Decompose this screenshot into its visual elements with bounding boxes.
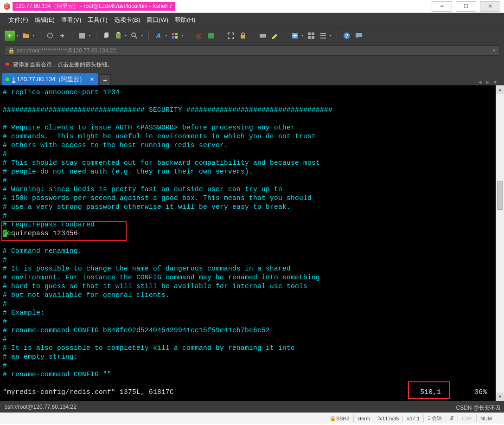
tab-number: 1 <box>12 76 15 83</box>
window-title: 120.77.80.134（阿里云） - root@Lzdwtl:/usr/lo… <box>13 2 175 11</box>
menu-file[interactable]: 文件(F) <box>8 16 28 24</box>
close-button[interactable]: ✕ <box>480 1 500 12</box>
menu-help[interactable]: 帮助(H) <box>175 16 195 24</box>
new-tab-button[interactable]: + <box>100 74 111 85</box>
list-icon[interactable] <box>318 31 328 41</box>
lock-icon[interactable] <box>238 31 248 41</box>
menu-tabs[interactable]: 选项卡(B) <box>114 16 140 24</box>
tile-icon[interactable] <box>306 31 316 41</box>
tab-nav-arrows[interactable]: ◂ ▸ ▾ <box>478 78 502 85</box>
app-icon <box>4 3 10 10</box>
disconnect-icon[interactable] <box>57 31 67 41</box>
tab-bar: 1 120.77.80.134（阿里云） × + ◂ ▸ ▾ <box>0 71 504 85</box>
address-input[interactable]: 🔒 ssh://root:************@120.77.80.134:… <box>5 45 499 56</box>
scroll-thumb[interactable] <box>497 181 503 210</box>
menu-view[interactable]: 查看(V) <box>61 16 81 24</box>
status-num: NUM <box>480 416 492 421</box>
session-tab[interactable]: 1 120.77.80.134（阿里云） × <box>2 73 98 85</box>
svg-rect-14 <box>308 32 311 35</box>
color-icon[interactable] <box>170 31 180 41</box>
tab-label: 120.77.80.134（阿里云） <box>17 75 85 84</box>
scrollbar[interactable]: ▲ ▼ <box>496 85 504 401</box>
scroll-up-icon[interactable]: ▲ <box>496 85 504 94</box>
connection-status-bar: ssh://root@120.77.80.134:22 <box>0 401 504 412</box>
connection-text: ssh://root@120.77.80.134:22 <box>5 404 77 410</box>
xagent-icon[interactable]: ◎ <box>194 31 204 41</box>
properties-icon[interactable] <box>77 31 87 41</box>
copy-icon[interactable] <box>101 31 111 41</box>
hint-text: 要添加当前会话，点击左侧的箭头按钮。 <box>13 61 113 69</box>
svg-rect-7 <box>175 33 178 35</box>
status-size: 117x35 <box>382 416 399 421</box>
svg-point-5 <box>132 33 135 37</box>
title-bar: 120.77.80.134（阿里云） - root@Lzdwtl:/usr/lo… <box>0 0 504 13</box>
lock-small-icon: 🔒 <box>8 47 15 54</box>
status-size-icon: ⇲ <box>378 415 382 421</box>
xftp-icon[interactable] <box>206 31 216 41</box>
address-bar: 🔒 ssh://root:************@120.77.80.134:… <box>0 44 504 58</box>
svg-rect-3 <box>116 33 121 39</box>
open-icon[interactable] <box>21 31 31 41</box>
tab-close-icon[interactable]: × <box>90 76 94 83</box>
svg-rect-6 <box>172 33 174 35</box>
svg-rect-0 <box>79 33 85 39</box>
terminal[interactable]: # replica-announce-port 1234 ###########… <box>0 85 504 401</box>
svg-rect-9 <box>175 36 178 39</box>
menu-tools[interactable]: 工具(T) <box>88 16 108 24</box>
help-icon[interactable]: ? <box>342 31 352 41</box>
svg-rect-12 <box>260 34 266 38</box>
hint-flag-icon: ⚑ <box>5 61 10 68</box>
svg-rect-4 <box>117 32 120 33</box>
status-cursor: 17,1 <box>410 416 420 421</box>
address-text: ssh://root:************@120.77.80.134:22 <box>17 47 116 54</box>
highlight-icon[interactable] <box>270 31 280 41</box>
svg-rect-10 <box>208 33 214 39</box>
menu-bar: 文件(F) 编辑(E) 查看(V) 工具(T) 选项卡(B) 窗口(W) 帮助(… <box>0 13 504 27</box>
svg-rect-16 <box>308 36 311 39</box>
svg-rect-11 <box>241 35 245 39</box>
reconnect-icon[interactable] <box>45 31 55 41</box>
window-buttons: ━ ☐ ✕ <box>432 1 504 12</box>
status-protocol: SSH2 <box>336 416 350 421</box>
paste-icon[interactable] <box>113 31 123 41</box>
status-bar: 🔒 SSH2 xterm ⇲ 117x35 ≡ 17,1 1 会话 ⇵ CAP … <box>0 412 504 424</box>
status-lock-icon: 🔒 <box>330 415 336 421</box>
keyboard-icon[interactable] <box>258 31 268 41</box>
chat-icon[interactable] <box>354 31 364 41</box>
hint-bar: ⚑ 要添加当前会话，点击左侧的箭头按钮。 <box>0 58 504 71</box>
fullscreen-icon[interactable] <box>226 31 236 41</box>
status-session: 1 会话 <box>427 415 442 422</box>
svg-text:?: ? <box>345 33 349 39</box>
minimize-button[interactable]: ━ <box>432 1 452 12</box>
status-term: xterm <box>357 416 370 421</box>
menu-window[interactable]: 窗口(W) <box>147 16 168 24</box>
svg-rect-17 <box>312 36 314 39</box>
watermark: CSDN @长安不及 <box>456 404 501 412</box>
toolbar: +▼ ▼ ▼ ▼ ▼ A▼ ▼ ◎ ▼ ▼ ? <box>0 27 504 44</box>
new-session-icon[interactable]: + <box>5 31 15 41</box>
status-updown-icon: ⇵ <box>450 415 454 421</box>
font-icon[interactable]: A <box>153 31 164 41</box>
svg-rect-15 <box>312 32 314 35</box>
find-icon[interactable] <box>129 31 140 41</box>
tab-status-dot <box>6 77 9 81</box>
svg-rect-2 <box>105 32 108 37</box>
menu-edit[interactable]: 编辑(E) <box>35 16 55 24</box>
status-caps: CAP <box>462 416 472 421</box>
svg-rect-8 <box>172 36 174 39</box>
add-icon[interactable] <box>290 31 300 41</box>
address-dropdown-icon[interactable]: ▼ <box>492 48 496 53</box>
scroll-down-icon[interactable]: ▼ <box>496 393 504 401</box>
maximize-button[interactable]: ☐ <box>456 1 476 12</box>
